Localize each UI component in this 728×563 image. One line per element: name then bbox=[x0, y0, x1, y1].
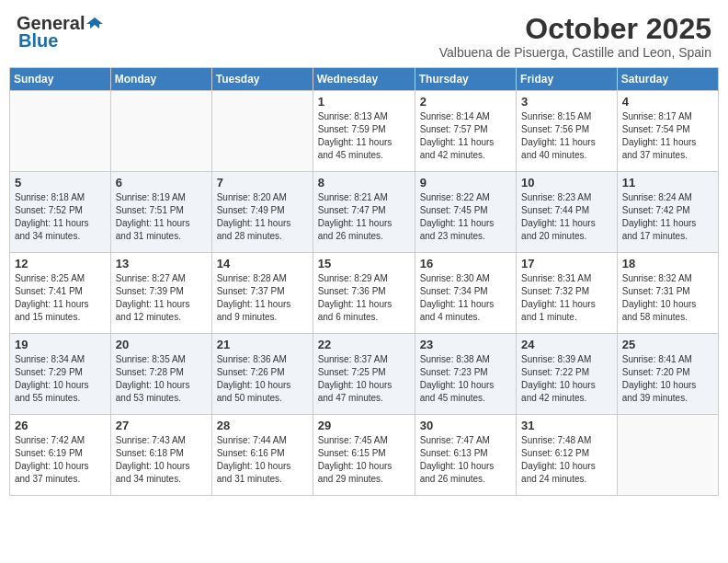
day-number: 9 bbox=[420, 176, 511, 190]
logo-bird-icon bbox=[86, 16, 103, 32]
day-number: 19 bbox=[15, 338, 106, 351]
calendar-header-row: SundayMondayTuesdayWednesdayThursdayFrid… bbox=[10, 68, 719, 91]
page-header: General Blue October 2025 Valbuena de Pi… bbox=[9, 9, 719, 63]
weekday-header-thursday: Thursday bbox=[415, 68, 516, 91]
day-info: Sunrise: 8:30 AM Sunset: 7:34 PM Dayligh… bbox=[420, 272, 511, 324]
calendar-cell: 23Sunrise: 8:38 AM Sunset: 7:23 PM Dayli… bbox=[415, 334, 516, 415]
weekday-header-tuesday: Tuesday bbox=[211, 68, 313, 91]
calendar-cell: 1Sunrise: 8:13 AM Sunset: 7:59 PM Daylig… bbox=[313, 91, 415, 172]
weekday-header-monday: Monday bbox=[110, 68, 211, 91]
day-info: Sunrise: 8:28 AM Sunset: 7:37 PM Dayligh… bbox=[217, 272, 308, 324]
calendar-cell: 30Sunrise: 7:47 AM Sunset: 6:13 PM Dayli… bbox=[415, 415, 516, 496]
day-info: Sunrise: 8:18 AM Sunset: 7:52 PM Dayligh… bbox=[15, 191, 106, 243]
day-info: Sunrise: 7:47 AM Sunset: 6:13 PM Dayligh… bbox=[420, 434, 511, 486]
calendar-cell bbox=[211, 91, 313, 172]
calendar-cell bbox=[617, 415, 718, 496]
calendar-cell: 18Sunrise: 8:32 AM Sunset: 7:31 PM Dayli… bbox=[617, 253, 718, 334]
day-number: 11 bbox=[622, 176, 713, 190]
calendar-cell: 21Sunrise: 8:36 AM Sunset: 7:26 PM Dayli… bbox=[211, 334, 313, 415]
day-number: 3 bbox=[521, 95, 612, 109]
calendar-cell bbox=[10, 91, 111, 172]
day-number: 25 bbox=[622, 338, 713, 351]
calendar-cell: 26Sunrise: 7:42 AM Sunset: 6:19 PM Dayli… bbox=[10, 415, 111, 496]
day-number: 24 bbox=[521, 338, 612, 351]
logo: General Blue bbox=[17, 13, 103, 52]
day-number: 27 bbox=[116, 419, 207, 432]
calendar-cell: 7Sunrise: 8:20 AM Sunset: 7:49 PM Daylig… bbox=[211, 172, 313, 253]
calendar-cell: 31Sunrise: 7:48 AM Sunset: 6:12 PM Dayli… bbox=[517, 415, 618, 496]
calendar-cell: 17Sunrise: 8:31 AM Sunset: 7:32 PM Dayli… bbox=[517, 253, 618, 334]
day-info: Sunrise: 8:23 AM Sunset: 7:44 PM Dayligh… bbox=[521, 191, 612, 243]
day-info: Sunrise: 8:17 AM Sunset: 7:54 PM Dayligh… bbox=[622, 110, 713, 162]
calendar-cell: 9Sunrise: 8:22 AM Sunset: 7:45 PM Daylig… bbox=[415, 172, 516, 253]
day-number: 18 bbox=[622, 257, 713, 270]
calendar-cell: 25Sunrise: 8:41 AM Sunset: 7:20 PM Dayli… bbox=[617, 334, 718, 415]
day-number: 17 bbox=[521, 257, 612, 270]
calendar-cell: 13Sunrise: 8:27 AM Sunset: 7:39 PM Dayli… bbox=[110, 253, 211, 334]
day-number: 21 bbox=[217, 338, 308, 351]
calendar-cell: 5Sunrise: 8:18 AM Sunset: 7:52 PM Daylig… bbox=[10, 172, 111, 253]
calendar-cell: 27Sunrise: 7:43 AM Sunset: 6:18 PM Dayli… bbox=[110, 415, 211, 496]
calendar-cell: 28Sunrise: 7:44 AM Sunset: 6:16 PM Dayli… bbox=[211, 415, 313, 496]
day-info: Sunrise: 7:48 AM Sunset: 6:12 PM Dayligh… bbox=[521, 434, 612, 486]
calendar-cell: 3Sunrise: 8:15 AM Sunset: 7:56 PM Daylig… bbox=[517, 91, 618, 172]
day-number: 29 bbox=[318, 419, 410, 432]
day-number: 5 bbox=[15, 176, 106, 190]
calendar-cell: 19Sunrise: 8:34 AM Sunset: 7:29 PM Dayli… bbox=[10, 334, 111, 415]
day-info: Sunrise: 7:44 AM Sunset: 6:16 PM Dayligh… bbox=[217, 434, 308, 486]
day-info: Sunrise: 8:31 AM Sunset: 7:32 PM Dayligh… bbox=[521, 272, 612, 324]
day-info: Sunrise: 8:36 AM Sunset: 7:26 PM Dayligh… bbox=[217, 353, 308, 405]
day-info: Sunrise: 7:45 AM Sunset: 6:15 PM Dayligh… bbox=[318, 434, 410, 486]
day-info: Sunrise: 8:20 AM Sunset: 7:49 PM Dayligh… bbox=[217, 191, 308, 243]
calendar-cell: 29Sunrise: 7:45 AM Sunset: 6:15 PM Dayli… bbox=[313, 415, 415, 496]
calendar-cell: 8Sunrise: 8:21 AM Sunset: 7:47 PM Daylig… bbox=[313, 172, 415, 253]
day-number: 13 bbox=[116, 257, 207, 270]
calendar-cell: 4Sunrise: 8:17 AM Sunset: 7:54 PM Daylig… bbox=[617, 91, 718, 172]
weekday-header-sunday: Sunday bbox=[10, 68, 111, 91]
day-info: Sunrise: 8:32 AM Sunset: 7:31 PM Dayligh… bbox=[622, 272, 713, 324]
day-info: Sunrise: 7:42 AM Sunset: 6:19 PM Dayligh… bbox=[15, 434, 106, 486]
day-number: 8 bbox=[318, 176, 410, 190]
calendar-cell: 2Sunrise: 8:14 AM Sunset: 7:57 PM Daylig… bbox=[415, 91, 516, 172]
day-number: 15 bbox=[318, 257, 410, 270]
calendar-cell: 15Sunrise: 8:29 AM Sunset: 7:36 PM Dayli… bbox=[313, 253, 415, 334]
calendar-week-row: 5Sunrise: 8:18 AM Sunset: 7:52 PM Daylig… bbox=[10, 172, 719, 253]
day-number: 16 bbox=[420, 257, 511, 270]
location-subtitle: Valbuena de Pisuerga, Castille and Leon,… bbox=[439, 45, 711, 60]
calendar-cell: 22Sunrise: 8:37 AM Sunset: 7:25 PM Dayli… bbox=[313, 334, 415, 415]
month-title: October 2025 bbox=[439, 13, 711, 45]
weekday-header-friday: Friday bbox=[517, 68, 618, 91]
calendar-cell: 10Sunrise: 8:23 AM Sunset: 7:44 PM Dayli… bbox=[517, 172, 618, 253]
day-number: 30 bbox=[420, 419, 511, 432]
day-number: 12 bbox=[15, 257, 106, 270]
day-info: Sunrise: 8:24 AM Sunset: 7:42 PM Dayligh… bbox=[622, 191, 713, 243]
day-number: 31 bbox=[521, 419, 612, 432]
day-info: Sunrise: 8:22 AM Sunset: 7:45 PM Dayligh… bbox=[420, 191, 511, 243]
calendar-week-row: 1Sunrise: 8:13 AM Sunset: 7:59 PM Daylig… bbox=[10, 91, 719, 172]
day-info: Sunrise: 7:43 AM Sunset: 6:18 PM Dayligh… bbox=[116, 434, 207, 486]
day-number: 7 bbox=[217, 176, 308, 190]
title-block: October 2025 Valbuena de Pisuerga, Casti… bbox=[439, 13, 711, 60]
day-info: Sunrise: 8:41 AM Sunset: 7:20 PM Dayligh… bbox=[622, 353, 713, 405]
day-info: Sunrise: 8:15 AM Sunset: 7:56 PM Dayligh… bbox=[521, 110, 612, 162]
day-info: Sunrise: 8:29 AM Sunset: 7:36 PM Dayligh… bbox=[318, 272, 410, 324]
day-number: 1 bbox=[318, 95, 410, 109]
day-info: Sunrise: 8:13 AM Sunset: 7:59 PM Dayligh… bbox=[318, 110, 410, 162]
day-info: Sunrise: 8:25 AM Sunset: 7:41 PM Dayligh… bbox=[15, 272, 106, 324]
calendar-cell bbox=[110, 91, 211, 172]
calendar-cell: 11Sunrise: 8:24 AM Sunset: 7:42 PM Dayli… bbox=[617, 172, 718, 253]
day-number: 6 bbox=[116, 176, 207, 190]
day-info: Sunrise: 8:38 AM Sunset: 7:23 PM Dayligh… bbox=[420, 353, 511, 405]
day-number: 20 bbox=[116, 338, 207, 351]
day-number: 26 bbox=[15, 419, 106, 432]
calendar-cell: 14Sunrise: 8:28 AM Sunset: 7:37 PM Dayli… bbox=[211, 253, 313, 334]
day-info: Sunrise: 8:14 AM Sunset: 7:57 PM Dayligh… bbox=[420, 110, 511, 162]
weekday-header-wednesday: Wednesday bbox=[313, 68, 415, 91]
calendar-cell: 6Sunrise: 8:19 AM Sunset: 7:51 PM Daylig… bbox=[110, 172, 211, 253]
day-number: 28 bbox=[217, 419, 308, 432]
day-info: Sunrise: 8:21 AM Sunset: 7:47 PM Dayligh… bbox=[318, 191, 410, 243]
day-number: 2 bbox=[420, 95, 511, 109]
calendar-week-row: 26Sunrise: 7:42 AM Sunset: 6:19 PM Dayli… bbox=[10, 415, 719, 496]
day-number: 23 bbox=[420, 338, 511, 351]
calendar-week-row: 19Sunrise: 8:34 AM Sunset: 7:29 PM Dayli… bbox=[10, 334, 719, 415]
